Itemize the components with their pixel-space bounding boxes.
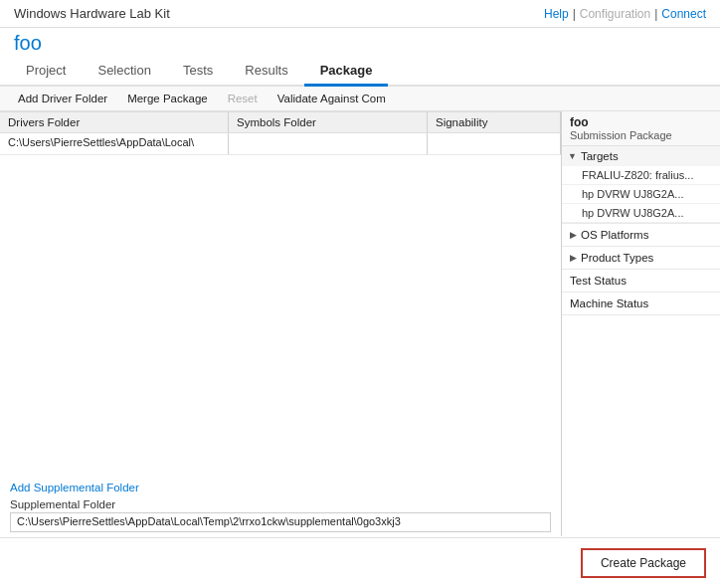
app-header: Windows Hardware Lab Kit Help | Configur… — [0, 0, 720, 28]
folder-path-row: C:\Users\PierreSettles\AppData\Local\ — [0, 133, 561, 155]
symbols-path-cell — [229, 133, 428, 154]
right-pkg-name: foo — [570, 115, 712, 129]
tab-tests[interactable]: Tests — [167, 57, 229, 87]
target-item-2: hp DVRW UJ8G2A... — [562, 204, 720, 223]
nav-tabs: Project Selection Tests Results Package — [0, 57, 720, 87]
project-name: foo — [0, 28, 720, 57]
folder-table-headers: Drivers Folder Symbols Folder Signabilit… — [0, 111, 561, 133]
product-types-arrow-icon: ▶ — [570, 253, 577, 263]
merge-package-button[interactable]: Merge Package — [117, 90, 218, 107]
main-content: Drivers Folder Symbols Folder Signabilit… — [0, 111, 561, 536]
help-link[interactable]: Help — [544, 7, 569, 21]
targets-label: Targets — [581, 150, 619, 162]
supplemental-folder-label: Supplemental Folder — [10, 494, 551, 512]
test-status-row[interactable]: Test Status — [562, 270, 720, 293]
targets-header[interactable]: ▼ Targets — [562, 146, 720, 166]
col-header-drivers: Drivers Folder — [0, 112, 229, 132]
app-title: Windows Hardware Lab Kit — [14, 6, 170, 21]
os-platforms-row[interactable]: ▶ OS Platforms — [562, 224, 720, 247]
connect-link[interactable]: Connect — [661, 7, 706, 21]
product-types-row[interactable]: ▶ Product Types — [562, 247, 720, 270]
right-pkg-sub: Submission Package — [570, 129, 712, 141]
machine-status-label: Machine Status — [570, 297, 648, 309]
right-panel-header: foo Submission Package — [562, 111, 720, 146]
supplemental-section: Add Supplemental Folder Supplemental Fol… — [0, 473, 561, 536]
add-supplemental-folder-button[interactable]: Add Supplemental Folder — [10, 482, 139, 493]
reset-button[interactable]: Reset — [218, 90, 268, 107]
sep2: | — [654, 7, 657, 21]
create-package-button[interactable]: Create Package — [581, 548, 706, 578]
target-item-0: FRALIU-Z820: fralius... — [562, 166, 720, 185]
validate-button[interactable]: Validate Against Com — [268, 90, 396, 107]
config-link[interactable]: Configuration — [580, 7, 650, 21]
supplemental-path[interactable]: C:\Users\PierreSettles\AppData\Local\Tem… — [10, 512, 551, 532]
sep1: | — [573, 7, 576, 21]
right-panel: foo Submission Package ▼ Targets FRALIU-… — [561, 111, 720, 536]
target-item-1: hp DVRW UJ8G2A... — [562, 185, 720, 204]
machine-status-row[interactable]: Machine Status — [562, 293, 720, 315]
tab-results[interactable]: Results — [229, 57, 303, 87]
toolbar: Add Driver Folder Merge Package Reset Va… — [0, 87, 720, 111]
signability-cell — [428, 133, 561, 154]
bottom-bar: Create Package — [0, 537, 720, 588]
header-nav-links: Help | Configuration | Connect — [544, 7, 706, 21]
targets-node: ▼ Targets FRALIU-Z820: fralius... hp DVR… — [562, 146, 720, 224]
drivers-path-cell[interactable]: C:\Users\PierreSettles\AppData\Local\ — [0, 133, 229, 154]
col-header-symbols: Symbols Folder — [229, 112, 428, 132]
targets-arrow-icon: ▼ — [568, 151, 577, 161]
product-types-label: Product Types — [581, 252, 653, 264]
tab-selection[interactable]: Selection — [82, 57, 166, 87]
tab-package[interactable]: Package — [304, 57, 389, 87]
empty-area — [0, 155, 561, 473]
tab-project[interactable]: Project — [10, 57, 82, 87]
add-driver-folder-button[interactable]: Add Driver Folder — [8, 90, 117, 107]
os-platforms-label: OS Platforms — [581, 229, 648, 241]
col-header-signability: Signability — [428, 112, 561, 132]
test-status-label: Test Status — [570, 275, 627, 287]
os-platforms-arrow-icon: ▶ — [570, 230, 577, 240]
